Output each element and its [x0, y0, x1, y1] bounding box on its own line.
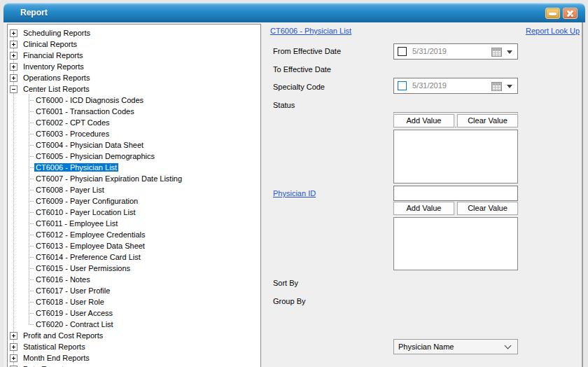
expand-icon[interactable]: [10, 41, 18, 48]
minimize-icon: [549, 13, 556, 15]
tree-children: CT6000 - ICD Diagnosis CodesCT6001 - Tra…: [8, 95, 260, 330]
tree-item-label: CT6016 - Notes: [34, 275, 92, 284]
status-add-value-button[interactable]: Add Value: [393, 114, 454, 127]
expand-icon[interactable]: [10, 29, 18, 37]
tree-item[interactable]: Statistical Reports: [8, 341, 260, 352]
tree-item-label: CT6015 - User Permissions: [34, 264, 132, 272]
tree-item-label: Center List Reports: [22, 85, 91, 93]
tree-item[interactable]: CT6014 - Preference Card List: [8, 251, 260, 263]
window-title: Report: [20, 3, 48, 22]
tree-item[interactable]: Profit and Cost Reports: [8, 330, 260, 341]
physician-id-input[interactable]: [393, 186, 518, 201]
tree-item-label: CT6001 - Transaction Codes: [34, 107, 136, 116]
expand-icon[interactable]: [10, 332, 18, 340]
tree-item-label: Scheduling Reports: [22, 29, 92, 37]
to-effective-date-label: To Effective Date: [273, 65, 331, 74]
tree-item[interactable]: Month End Reports: [8, 352, 260, 363]
status-clear-value-button[interactable]: Clear Value: [457, 114, 518, 127]
tree-item-label: CT6011 - Employee List: [34, 219, 119, 228]
status-values-listbox[interactable]: [393, 130, 518, 184]
report-tree-panel: Scheduling ReportsClinical ReportsFinanc…: [7, 24, 261, 367]
report-title-link[interactable]: CT6006 - Physician List: [270, 27, 351, 35]
report-form-panel: CT6006 - Physician List Report Look Up F…: [262, 24, 583, 367]
expand-icon[interactable]: [10, 63, 18, 71]
physician-id-link[interactable]: Physician ID: [273, 189, 316, 198]
tree-item[interactable]: CT6006 - Physician List: [8, 162, 260, 173]
sort-by-label: Sort By: [273, 279, 298, 287]
to-date-value: 5/31/2019: [412, 78, 447, 93]
tree-item[interactable]: CT6015 - User Permissions: [8, 263, 260, 274]
tree-item-label: Inventory Reports: [22, 62, 85, 71]
chevron-down-icon: [505, 342, 512, 349]
tree-item-label: CT6018 - User Role: [34, 298, 106, 306]
calendar-icon: [491, 82, 502, 91]
tree-item[interactable]: CT6012 - Employee Credentials: [8, 229, 260, 240]
tree-item-label: Month End Reports: [22, 354, 91, 362]
tree-item-label: CT6008 - Payer List: [34, 186, 106, 194]
tree-item-label: CT6003 - Procedures: [34, 130, 111, 138]
tree-item[interactable]: CT6017 - User Profile: [8, 285, 260, 296]
collapse-icon[interactable]: [10, 85, 18, 93]
tree-item[interactable]: Center List Reports: [8, 83, 260, 95]
sort-by-dropdown[interactable]: Physician Name: [393, 339, 518, 354]
tree-item-label: Statistical Reports: [22, 342, 87, 351]
tree-item[interactable]: CT6008 - Payer List: [8, 184, 260, 195]
tree-item-label: CT6014 - Preference Card List: [34, 253, 142, 261]
tree-item[interactable]: CT6019 - User Access: [8, 307, 260, 319]
physician-clear-value-button[interactable]: Clear Value: [457, 202, 518, 215]
tree-item[interactable]: CT6020 - Contract List: [8, 319, 260, 330]
tree-item-label: CT6009 - Payer Configuration: [34, 197, 139, 205]
tree-item[interactable]: Scheduling Reports: [8, 27, 260, 39]
expand-icon[interactable]: [10, 354, 18, 362]
physician-id-values-listbox[interactable]: [393, 217, 518, 270]
report-look-up-link[interactable]: Report Look Up: [526, 27, 580, 35]
calendar-icon: [491, 48, 502, 57]
tree-item[interactable]: CT6005 - Physician Demographics: [8, 151, 260, 162]
tree-item-label: Clinical Reports: [22, 40, 78, 48]
specialty-code-label: Specialty Code: [273, 83, 325, 91]
date-dropdown-arrow-icon[interactable]: [507, 50, 512, 57]
tree-item[interactable]: Clinical Reports: [8, 39, 260, 50]
from-date-value: 5/31/2019: [412, 44, 447, 59]
date-dropdown-arrow-icon[interactable]: [507, 85, 512, 91]
tree-item-label: CT6010 - Payer Location List: [34, 208, 136, 216]
tree-item[interactable]: CT6002 - CPT Codes: [8, 117, 260, 128]
tree-item[interactable]: CT6009 - Payer Configuration: [8, 195, 260, 207]
tree-item-label: CT6012 - Employee Credentials: [34, 230, 147, 239]
tree-item[interactable]: CT6004 - Physician Data Sheet: [8, 139, 260, 151]
tree-item[interactable]: CT6016 - Notes: [8, 274, 260, 285]
expand-icon[interactable]: [10, 343, 18, 351]
expand-icon[interactable]: [10, 74, 18, 82]
tree-item[interactable]: CT6018 - User Role: [8, 296, 260, 307]
tree-item[interactable]: Data Export: [8, 363, 260, 367]
window-titlebar: Report: [4, 3, 585, 22]
tree-item[interactable]: CT6000 - ICD Diagnosis Codes: [8, 95, 260, 106]
tree-item-label: CT6020 - Contract List: [34, 320, 115, 328]
tree-item[interactable]: CT6010 - Payer Location List: [8, 207, 260, 218]
from-effective-date-picker[interactable]: 5/31/2019: [393, 43, 518, 60]
close-button[interactable]: [563, 8, 578, 19]
to-effective-date-picker[interactable]: 5/31/2019: [393, 78, 518, 94]
tree-item[interactable]: Inventory Reports: [8, 61, 260, 72]
tree-item[interactable]: CT6013 - Employee Data Sheet: [8, 240, 260, 251]
tree-item[interactable]: Operations Reports: [8, 72, 260, 83]
tree-item-label: CT6019 - User Access: [34, 309, 114, 317]
tree-item-label: CT6005 - Physician Demographics: [34, 152, 156, 160]
tree-item[interactable]: CT6001 - Transaction Codes: [8, 106, 260, 117]
tree-item[interactable]: CT6003 - Procedures: [8, 128, 260, 139]
tree-item-label: Operations Reports: [22, 74, 91, 82]
tree-item[interactable]: CT6007 - Physician Expiration Date Listi…: [8, 173, 260, 184]
report-tree: Scheduling ReportsClinical ReportsFinanc…: [8, 27, 260, 367]
tree-item[interactable]: Financial Reports: [8, 50, 260, 61]
minimize-button[interactable]: [545, 8, 560, 19]
from-effective-date-label: From Effective Date: [273, 47, 341, 55]
expand-icon[interactable]: [10, 52, 18, 60]
to-date-checkbox[interactable]: [398, 81, 407, 90]
physician-add-value-button[interactable]: Add Value: [393, 202, 454, 215]
from-date-checkbox[interactable]: [398, 47, 407, 56]
tree-item-label: CT6013 - Employee Data Sheet: [34, 242, 146, 250]
status-label: Status: [273, 101, 295, 109]
tree-item[interactable]: CT6011 - Employee List: [8, 218, 260, 229]
tree-item-label: Profit and Cost Reports: [22, 331, 104, 340]
tree-item-label: CT6017 - User Profile: [34, 286, 111, 295]
